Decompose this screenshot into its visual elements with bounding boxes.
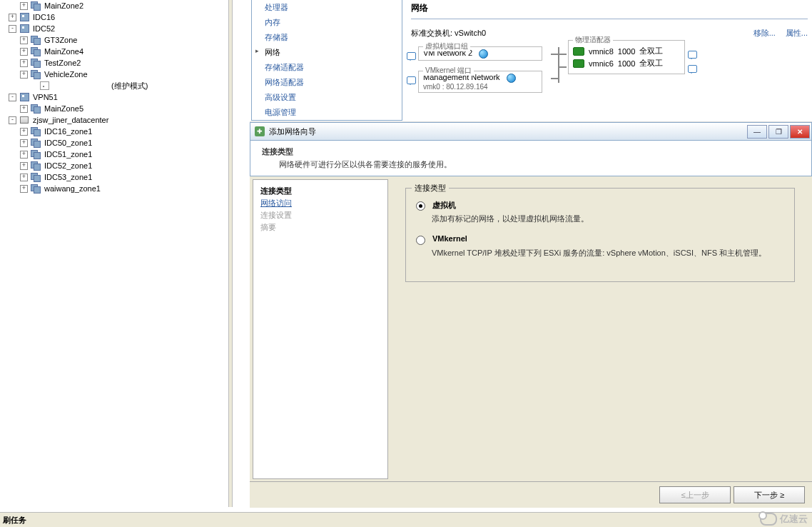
- back-button[interactable]: ≤上一步: [659, 486, 731, 503]
- expand-icon[interactable]: +: [20, 185, 28, 193]
- tree-item[interactable]: (维护模式): [0, 80, 228, 91]
- tree-item[interactable]: -zjsw_jiner_datacenter: [0, 114, 228, 126]
- config-item[interactable]: 网络: [252, 45, 402, 60]
- option-vmkernel[interactable]: VMkernel: [416, 234, 784, 245]
- expand-icon[interactable]: +: [20, 139, 28, 147]
- tree-item-label: VPN51: [31, 93, 59, 101]
- radio-icon[interactable]: [416, 236, 425, 245]
- dblhost-icon: [31, 47, 41, 56]
- tree-item-label: MainZone2: [43, 1, 85, 10]
- config-item[interactable]: 高级设置: [252, 90, 402, 105]
- expand-icon[interactable]: -: [9, 25, 16, 33]
- tree-item[interactable]: +IDC51_zone1: [0, 149, 228, 160]
- remove-link[interactable]: 移除...: [753, 28, 776, 39]
- nic-row[interactable]: vmnic61000全双工: [573, 57, 680, 69]
- nic-icon: [573, 47, 584, 56]
- tree-item[interactable]: +MainZone2: [0, 0, 228, 11]
- tree-item-label: GT3Zone: [43, 36, 78, 44]
- tree-item-label: IDC53_zone1: [43, 173, 93, 181]
- config-item[interactable]: 处理器: [252, 0, 402, 15]
- expand-icon[interactable]: -: [9, 94, 16, 101]
- nic-row[interactable]: vmnic81000全双工: [573, 45, 680, 57]
- dialog-titlebar[interactable]: ✚ 添加网络向导 — ❐ ✕: [250, 122, 812, 141]
- dialog-footer: ≤上一步 下一步 ≥: [250, 481, 812, 508]
- expand-icon[interactable]: +: [9, 14, 16, 21]
- dblhost-icon: [31, 161, 41, 170]
- dblhost-icon: [31, 104, 41, 113]
- network-heading: 网络: [411, 2, 808, 14]
- info-icon[interactable]: [688, 65, 697, 73]
- dblhost-icon: [31, 59, 41, 67]
- splitter[interactable]: [228, 0, 233, 507]
- info-icon[interactable]: [407, 76, 416, 84]
- tree-item[interactable]: +IDC50_zone1: [0, 137, 228, 149]
- config-item[interactable]: 存储适配器: [252, 60, 402, 75]
- properties-link[interactable]: 属性...: [786, 28, 808, 39]
- config-item[interactable]: 存储器: [252, 30, 402, 45]
- tree-item-label: IDC52_zone1: [43, 161, 93, 170]
- dblhost-icon: [31, 127, 41, 136]
- tree-item[interactable]: -VPN51: [0, 91, 228, 103]
- next-button[interactable]: 下一步 ≥: [734, 486, 805, 503]
- tree-item[interactable]: +IDC16: [0, 11, 228, 23]
- config-category-list: 处理器内存存储器网络存储适配器网络适配器高级设置电源管理: [251, 0, 402, 121]
- expand-icon[interactable]: +: [20, 71, 28, 79]
- portgroup-vm[interactable]: 虚拟机端口组 VM Network 2: [418, 46, 542, 61]
- tree-item[interactable]: +IDC53_zone1: [0, 171, 228, 183]
- tree-item[interactable]: +GT3Zone: [0, 34, 228, 46]
- expand-icon[interactable]: +: [20, 36, 28, 44]
- tree-item-label: IDC52: [31, 24, 56, 33]
- expand-icon[interactable]: -: [9, 116, 16, 124]
- config-item[interactable]: 内存: [252, 15, 402, 30]
- close-button[interactable]: ✕: [790, 125, 810, 139]
- config-item[interactable]: 网络适配器: [252, 75, 402, 90]
- tree-item[interactable]: +waiwang_zone1: [0, 183, 228, 194]
- vswitch-label: 标准交换机: vSwitch0: [411, 28, 486, 39]
- config-item[interactable]: 电源管理: [252, 105, 402, 120]
- expand-icon[interactable]: +: [20, 174, 28, 181]
- nic-duplex: 全双工: [639, 46, 663, 56]
- tree-item[interactable]: +TestZone2: [0, 57, 228, 69]
- expand-icon[interactable]: +: [20, 48, 28, 56]
- tree-item[interactable]: -IDC52: [0, 23, 228, 34]
- watermark: 亿速云: [760, 513, 808, 526]
- wizard-steps: 连接类型网络访问连接设置摘要: [253, 179, 388, 479]
- portgroup-vmkernel[interactable]: VMkernel 端口 Management Network vmk0 : 80…: [418, 71, 542, 93]
- dblhost-icon: [31, 36, 41, 44]
- expand-icon[interactable]: +: [20, 105, 28, 113]
- add-network-wizard-dialog: ✚ 添加网络向导 — ❐ ✕ 连接类型 网络硬件可进行分区以供各需要连接的服务使…: [250, 121, 812, 508]
- wizard-main: 连接类型 虚拟机 添加有标记的网络，以处理虚拟机网络流量。 VMkernel V…: [388, 176, 812, 482]
- dialog-title: 添加网络向导: [269, 126, 316, 137]
- physical-adapters-box: 物理适配器 vmnic81000全双工vmnic61000全双工: [568, 40, 685, 74]
- tree-item[interactable]: +IDC16_zone1: [0, 126, 228, 137]
- tree-item-label: VehicleZone: [43, 70, 89, 79]
- radio-icon[interactable]: [416, 201, 425, 211]
- tree-item[interactable]: +VehicleZone: [0, 69, 228, 80]
- dblhost-icon: [31, 150, 41, 159]
- dialog-header-desc: 网络硬件可进行分区以供各需要连接的服务使用。: [279, 159, 800, 170]
- dblhost-icon: [31, 173, 41, 181]
- tree-item[interactable]: +IDC52_zone1: [0, 160, 228, 171]
- inventory-tree[interactable]: +MainZone2+IDC16-IDC52+GT3Zone+MainZone4…: [0, 0, 228, 507]
- maximize-button[interactable]: ❐: [768, 125, 788, 139]
- dblhost-icon: [31, 1, 41, 10]
- wizard-step[interactable]: 网络访问: [260, 198, 380, 209]
- tree-item[interactable]: +MainZone5: [0, 103, 228, 114]
- expand-icon[interactable]: +: [20, 151, 28, 159]
- hostico-icon: [19, 24, 29, 33]
- expand-icon[interactable]: +: [20, 162, 28, 170]
- tree-item[interactable]: +MainZone4: [0, 46, 228, 57]
- expand-icon[interactable]: +: [20, 2, 28, 10]
- option-virtual-machine[interactable]: 虚拟机: [416, 200, 784, 211]
- expand-icon[interactable]: +: [20, 59, 28, 67]
- tree-item-label: waiwang_zone1: [43, 184, 102, 193]
- nic-icon: [573, 59, 584, 68]
- statusbar: 刷任务: [0, 512, 812, 527]
- wizard-step[interactable]: 连接类型: [260, 186, 380, 196]
- expand-icon[interactable]: +: [20, 128, 28, 136]
- dblhost-icon: [31, 139, 41, 147]
- tree-item-label: MainZone5: [43, 104, 85, 113]
- info-icon[interactable]: [688, 51, 697, 59]
- info-icon[interactable]: [407, 52, 416, 60]
- minimize-button[interactable]: —: [747, 125, 767, 139]
